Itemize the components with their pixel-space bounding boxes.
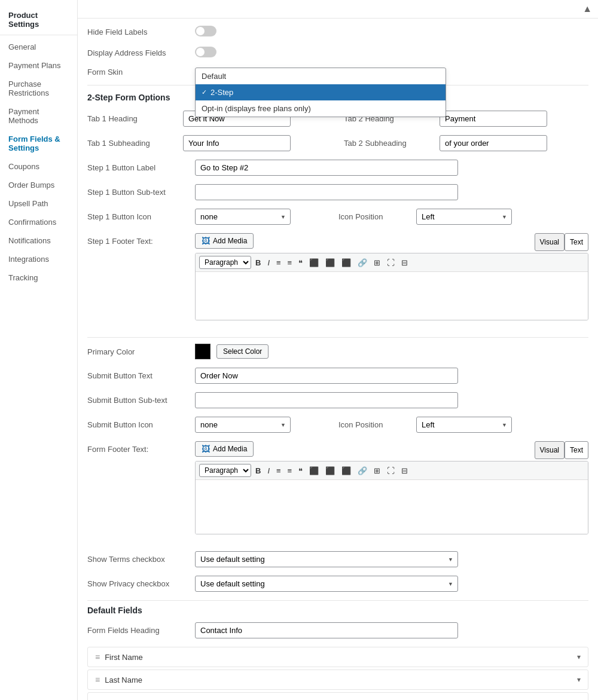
show-terms-select-wrap: Use default setting <box>195 551 458 567</box>
step1-button-icon-select-wrap: none <box>195 209 291 225</box>
step1-footer-editor: Paragraph B I ≡ ≡ ❝ ⬛ ⬛ ⬛ 🔗 ⊞ <box>195 253 588 320</box>
step1-button-icon-select[interactable]: none <box>195 209 291 225</box>
primary-color-row: Primary Color Select Color <box>87 344 588 359</box>
form-footer-blockquote-button[interactable]: ❝ <box>296 465 305 476</box>
submit-button-text-input[interactable] <box>195 368 458 384</box>
form-footer-paragraph-select[interactable]: Paragraph <box>199 464 251 477</box>
form-footer-italic-button[interactable]: I <box>265 465 272 476</box>
step1-footer-editor-body[interactable] <box>196 272 588 320</box>
field-row-last-name-left: ≡ Last Name <box>95 675 142 684</box>
unordered-list-button[interactable]: ≡ <box>274 257 283 268</box>
form-footer-fullscreen-button[interactable]: ⛶ <box>385 465 397 476</box>
sidebar-item-coupons[interactable]: Coupons <box>0 157 77 176</box>
align-left-button[interactable]: ⬛ <box>307 257 321 268</box>
form-footer-more-button[interactable]: ⊞ <box>371 465 383 476</box>
form-skin-option-default[interactable]: Default <box>196 68 446 84</box>
blockquote-button[interactable]: ❝ <box>296 257 305 268</box>
drag-handle-first-name-icon: ≡ <box>95 652 100 662</box>
submit-icon-position-select[interactable]: Left <box>416 417 512 433</box>
submit-button-subtext-input[interactable] <box>195 392 458 408</box>
tab2-heading-input[interactable] <box>440 111 547 127</box>
step1-visual-button[interactable]: Visual <box>535 233 565 251</box>
sidebar-item-tracking[interactable]: Tracking <box>0 268 77 287</box>
form-footer-link-button[interactable]: 🔗 <box>355 465 370 476</box>
select-color-button[interactable]: Select Color <box>216 344 269 359</box>
more-button-1[interactable]: ⊞ <box>371 257 383 268</box>
form-footer-editor-top-bar: 🖼 Add Media Visual Text <box>195 441 588 459</box>
collapse-button[interactable]: ▲ <box>582 4 592 14</box>
form-skin-option-2step[interactable]: ✓ 2-Step <box>196 84 446 100</box>
field-row-first-name[interactable]: ≡ First Name ▾ <box>87 647 588 667</box>
form-footer-align-left-button[interactable]: ⬛ <box>307 465 321 476</box>
sidebar-item-integrations[interactable]: Integrations <box>0 250 77 268</box>
field-row-email[interactable]: ≡ Email ▾ <box>87 692 588 700</box>
form-footer-ordered-button[interactable]: ≡ <box>285 465 295 476</box>
form-footer-add-media-label: Add Media <box>213 445 247 453</box>
step1-text-button[interactable]: Text <box>565 233 588 251</box>
form-footer-grid-button[interactable]: ⊟ <box>399 465 410 476</box>
tab1-subheading-col: Tab 1 Subheading <box>87 135 332 151</box>
sidebar: Product Settings General Payment Plans P… <box>0 0 78 700</box>
align-right-button[interactable]: ⬛ <box>339 257 353 268</box>
form-footer-align-center-button[interactable]: ⬛ <box>323 465 337 476</box>
submit-button-icon-select[interactable]: none <box>195 417 291 433</box>
form-footer-editor-body[interactable] <box>196 480 588 534</box>
show-terms-select[interactable]: Use default setting <box>195 551 458 567</box>
form-footer-text-button[interactable]: Text <box>565 441 588 459</box>
form-footer-add-media-button[interactable]: 🖼 Add Media <box>195 441 254 457</box>
sidebar-item-form-fields-settings[interactable]: Form Fields & Settings <box>0 130 77 157</box>
sidebar-item-upsell-path[interactable]: Upsell Path <box>0 194 77 213</box>
italic-button[interactable]: I <box>265 257 272 268</box>
sidebar-item-general[interactable]: General <box>0 38 77 56</box>
form-fields-heading-input[interactable] <box>195 622 458 638</box>
hide-field-labels-label: Hide Field Labels <box>87 27 195 36</box>
field-row-last-name[interactable]: ≡ Last Name ▾ <box>87 670 588 690</box>
field-row-email-left: ≡ Email <box>95 698 124 700</box>
align-center-button[interactable]: ⬛ <box>323 257 337 268</box>
tab2-subheading-label: Tab 2 Subheading <box>344 139 440 148</box>
step1-button-icon-left: Step 1 Button Icon none <box>87 209 291 225</box>
sidebar-item-notifications[interactable]: Notifications <box>0 231 77 250</box>
top-bar: ▲ <box>78 0 598 19</box>
paragraph-select[interactable]: Paragraph <box>199 256 251 269</box>
tab2-subheading-input[interactable] <box>440 135 547 151</box>
bold-button[interactable]: B <box>253 257 263 268</box>
sidebar-item-purchase-restrictions[interactable]: Purchase Restrictions <box>0 75 77 102</box>
step1-button-label-input[interactable] <box>195 160 458 176</box>
show-terms-row: Show Terms checkbox Use default setting <box>87 551 588 567</box>
add-media-label: Add Media <box>213 237 247 245</box>
grid-button-1[interactable]: ⊟ <box>399 257 410 268</box>
sidebar-item-payment-plans[interactable]: Payment Plans <box>0 56 77 75</box>
display-address-fields-toggle[interactable] <box>195 47 216 57</box>
submit-button-icon-select-wrap: none <box>195 417 291 433</box>
step1-add-media-button[interactable]: 🖼 Add Media <box>195 233 254 249</box>
step1-editor-toolbar: Paragraph B I ≡ ≡ ❝ ⬛ ⬛ ⬛ 🔗 ⊞ <box>196 253 588 272</box>
icon-position-select[interactable]: Left <box>416 209 512 225</box>
step1-button-icon-row: Step 1 Button Icon none Icon Position Le… <box>87 209 588 225</box>
show-privacy-label: Show Privacy checkbox <box>87 579 195 588</box>
hide-field-labels-toggle[interactable] <box>195 26 216 36</box>
sidebar-item-payment-methods[interactable]: Payment Methods <box>0 102 77 130</box>
form-footer-align-right-button[interactable]: ⬛ <box>339 465 353 476</box>
default-fields-section: Default Fields Form Fields Heading ≡ Fir… <box>87 600 588 700</box>
fullscreen-button-1[interactable]: ⛶ <box>385 257 397 268</box>
display-address-fields-row: Display Address Fields <box>87 47 588 59</box>
form-skin-option-optin[interactable]: Opt-in (displays free plans only) <box>196 100 446 117</box>
show-privacy-select[interactable]: Use default setting <box>195 576 458 592</box>
tab2-subheading-col: Tab 2 Subheading <box>344 135 588 151</box>
color-swatch[interactable] <box>195 344 210 359</box>
ordered-list-button[interactable]: ≡ <box>285 257 295 268</box>
sidebar-item-order-bumps[interactable]: Order Bumps <box>0 176 77 194</box>
form-footer-bold-button[interactable]: B <box>253 465 263 476</box>
tab1-subheading-input[interactable] <box>183 135 291 151</box>
step1-button-subtext-input[interactable] <box>195 184 458 200</box>
sidebar-item-confirmations[interactable]: Confirmations <box>0 213 77 231</box>
step1-button-subtext-label: Step 1 Button Sub-text <box>87 188 195 197</box>
show-terms-label: Show Terms checkbox <box>87 555 195 564</box>
form-footer-visual-button[interactable]: Visual <box>535 441 565 459</box>
form-footer-unordered-button[interactable]: ≡ <box>274 465 283 476</box>
link-button[interactable]: 🔗 <box>355 257 370 268</box>
last-name-field-label: Last Name <box>105 675 142 684</box>
form-fields-heading-row: Form Fields Heading <box>87 622 588 638</box>
tab1-subheading-label: Tab 1 Subheading <box>87 139 183 148</box>
